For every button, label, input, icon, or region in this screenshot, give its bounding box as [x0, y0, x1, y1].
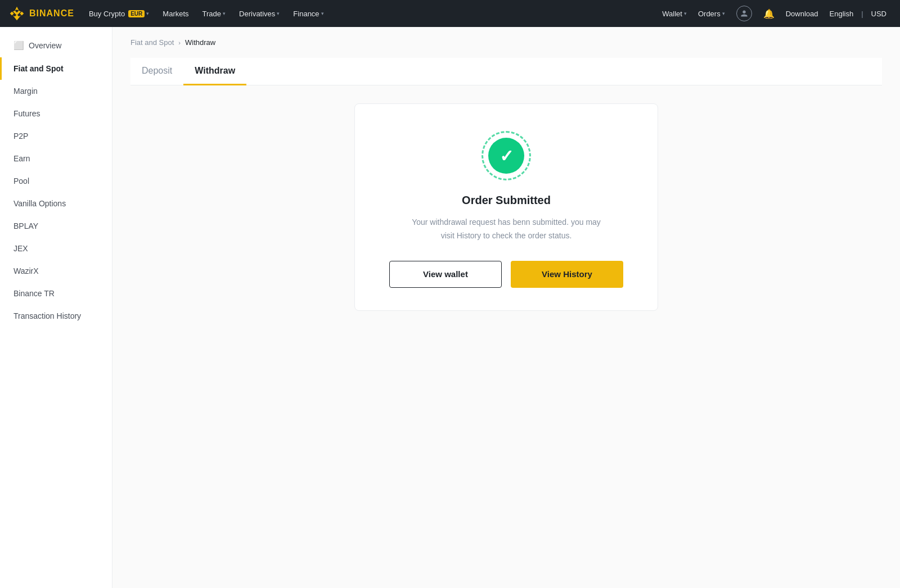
sidebar-item-wazirx[interactable]: WazirX [0, 260, 112, 282]
tab-deposit[interactable]: Deposit [130, 58, 183, 85]
tab-withdraw[interactable]: Withdraw [183, 58, 246, 85]
nav-arrow: ▾ [722, 11, 725, 16]
svg-marker-0 [15, 7, 19, 11]
user-avatar-button[interactable] [732, 0, 757, 27]
sidebar-item-futures[interactable]: Futures [0, 102, 112, 125]
card-title: Order Submitted [462, 194, 551, 207]
nav-arrow: ▾ [277, 11, 280, 16]
breadcrumb-parent[interactable]: Fiat and Spot [130, 38, 174, 47]
main-nav: Buy Crypto EUR ▾ Markets Trade ▾ Derivat… [83, 0, 658, 27]
sidebar-item-overview[interactable]: ⬜ Overview [0, 34, 112, 57]
user-icon [736, 6, 752, 21]
logo-text: BINANCE [29, 8, 74, 19]
notification-bell[interactable]: 🔔 [759, 8, 779, 19]
sidebar-item-jex[interactable]: JEX [0, 237, 112, 260]
page-layout: ⬜ Overview Fiat and Spot Margin Futures … [0, 27, 900, 588]
nav-derivatives[interactable]: Derivatives ▾ [233, 0, 285, 27]
divider: | [860, 10, 864, 18]
sidebar: ⬜ Overview Fiat and Spot Margin Futures … [0, 27, 112, 588]
language-selector[interactable]: English [825, 0, 858, 27]
tab-bar: Deposit Withdraw [130, 58, 882, 85]
checkmark-icon: ✓ [500, 146, 514, 166]
download-link[interactable]: Download [781, 0, 823, 27]
overview-icon: ⬜ [14, 40, 24, 51]
eur-badge: EUR [128, 10, 145, 17]
sidebar-item-binance-tr[interactable]: Binance TR [0, 282, 112, 305]
card-description: Your withdrawal request has benn submitt… [405, 216, 608, 243]
nav-finance[interactable]: Finance ▾ [287, 0, 329, 27]
sidebar-item-bplay[interactable]: BPLAY [0, 215, 112, 237]
nav-buy-crypto[interactable]: Buy Crypto EUR ▾ [83, 0, 155, 27]
currency-selector[interactable]: USD [867, 0, 891, 27]
sidebar-item-fiat-and-spot[interactable]: Fiat and Spot [0, 57, 112, 80]
nav-markets[interactable]: Markets [157, 0, 194, 27]
svg-marker-2 [10, 12, 14, 16]
breadcrumb: Fiat and Spot › Withdraw [130, 38, 882, 47]
breadcrumb-separator: › [178, 39, 181, 46]
sidebar-item-transaction-history[interactable]: Transaction History [0, 305, 112, 327]
nav-arrow: ▾ [223, 11, 226, 16]
success-icon-wrapper: ✓ [482, 131, 531, 180]
main-content: Fiat and Spot › Withdraw Deposit Withdra… [112, 27, 900, 588]
nav-orders[interactable]: Orders ▾ [694, 0, 730, 27]
sidebar-item-vanilla-options[interactable]: Vanilla Options [0, 192, 112, 215]
view-history-button[interactable]: View History [511, 261, 623, 288]
sidebar-item-margin[interactable]: Margin [0, 80, 112, 102]
nav-arrow: ▾ [684, 11, 687, 16]
header: BINANCE Buy Crypto EUR ▾ Markets Trade ▾… [0, 0, 900, 27]
breadcrumb-current: Withdraw [185, 38, 215, 47]
sidebar-item-p2p[interactable]: P2P [0, 125, 112, 147]
nav-trade[interactable]: Trade ▾ [197, 0, 231, 27]
svg-marker-4 [13, 15, 21, 21]
logo[interactable]: BINANCE [9, 6, 74, 21]
view-wallet-button[interactable]: View wallet [389, 261, 502, 288]
success-circle: ✓ [488, 138, 524, 174]
order-submitted-card: ✓ Order Submitted Your withdrawal reques… [354, 103, 658, 311]
nav-arrow: ▾ [146, 11, 149, 16]
nav-arrow: ▾ [321, 11, 324, 16]
sidebar-item-pool[interactable]: Pool [0, 170, 112, 192]
nav-wallet[interactable]: Wallet ▾ [658, 0, 691, 27]
svg-marker-3 [20, 12, 24, 16]
card-actions: View wallet View History [377, 261, 635, 288]
header-right: Wallet ▾ Orders ▾ 🔔 Download English | U… [658, 0, 891, 27]
sidebar-item-earn[interactable]: Earn [0, 147, 112, 170]
